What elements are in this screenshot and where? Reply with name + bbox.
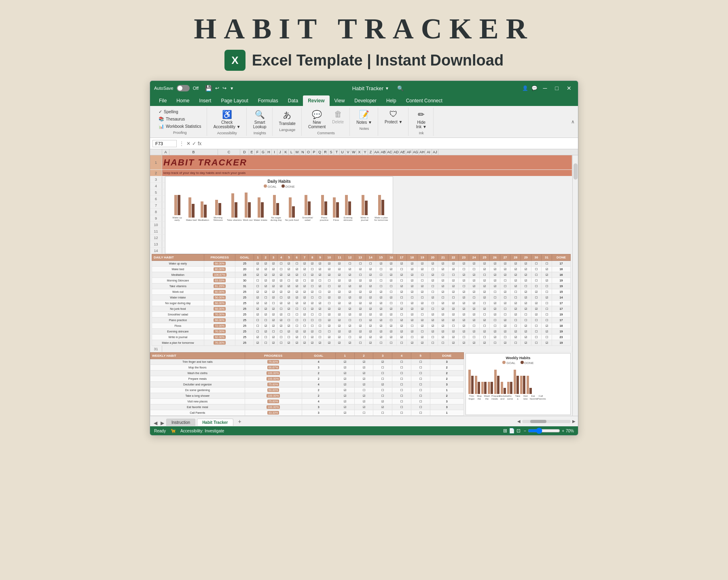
ribbon-collapse-icon[interactable]: ∧ <box>571 119 575 125</box>
page-break-view-icon[interactable]: ⊡ <box>516 428 521 434</box>
comments-icon[interactable]: 💬 <box>531 85 538 91</box>
window-controls: 👤 💬 ─ □ ✕ <box>522 84 574 92</box>
notes-icon: 📝 <box>359 110 369 119</box>
nav-left-icon[interactable]: ◀ <box>152 420 159 426</box>
cell-reference[interactable] <box>152 140 177 147</box>
redo-icon[interactable]: ↪ <box>222 85 226 91</box>
tab-review[interactable]: Review <box>303 95 329 106</box>
thesaurus-icon: 📚 <box>159 116 164 122</box>
chart-bar-group: Floss <box>333 197 339 222</box>
weekly-chart-label: Prepare meals <box>491 395 498 400</box>
chart-rows: 3 4 5 6 7 8 9 10 11 12 13 14 Daily Habit… <box>150 176 572 254</box>
new-comment-button[interactable]: 💬 NewComment <box>306 108 328 130</box>
chart-bar-group: Make bed <box>186 197 197 222</box>
cancel-formula-icon[interactable]: ✕ <box>186 141 190 146</box>
weekly-chart-label: Eat favorite <box>530 395 536 400</box>
chart-bar-group: Take vitamins <box>227 193 241 222</box>
weekly-habit-row: Wash the cloths100.00%2☑☑☐☐☐2 <box>150 370 464 376</box>
daily-habit-row: Water intake56.00%25☑☐☑☐☑☑☑☐☐☑☑☑☑☑☑☑☐☐☐☑… <box>152 295 571 301</box>
tab-formulas[interactable]: Formulas <box>253 95 283 106</box>
minimize-button[interactable]: ─ <box>541 84 550 92</box>
smart-lookup-button[interactable]: 🔍 SmartLookup <box>251 108 269 130</box>
daily-habit-row: Piano practice68.00%25☐☐☑☑☐☐☐☐☐☑☑☐☐☑☑☐☑☑… <box>152 318 571 323</box>
maximize-button[interactable]: □ <box>553 84 561 92</box>
ribbon-group-language: あ Translate Language <box>273 108 302 136</box>
tab-home[interactable]: Home <box>171 95 194 106</box>
weekly-habit-row: Call Parents33.33%3☑☐☐☐☐1 <box>150 410 464 416</box>
notes-button[interactable]: 📝 Notes ▼ <box>354 108 375 126</box>
sheet-tab-habit-tracker[interactable]: Habit Tracker <box>197 419 233 426</box>
new-comment-icon: 💬 <box>312 110 322 119</box>
spreadsheet-title: HABIT TRACKER <box>162 155 572 169</box>
chart-bar-group: Make a plan for tomorrow <box>373 195 389 222</box>
daily-habit-row: Floss72.00%25☐☑☑☑☑☐☐☐☐☑☑☑☑☑☑☑☑☐☑☑☑☐☑☐☐☐☑… <box>152 323 571 329</box>
check-accessibility-button[interactable]: ♿ CheckAccessibility ▼ <box>211 108 243 130</box>
tab-data[interactable]: Data <box>283 95 303 106</box>
horizontal-scrollbar[interactable] <box>522 420 571 423</box>
confirm-formula-icon[interactable]: ✓ <box>192 141 196 146</box>
weekly-chart-bar-group <box>468 370 474 394</box>
weekly-habit-row: Prepare meals100.00%2☑☑☐☐☐2 <box>150 376 464 382</box>
nav-right-icon[interactable]: ▶ <box>159 420 165 426</box>
protect-button[interactable]: 🛡 Protect ▼ <box>382 108 405 125</box>
share-icon[interactable]: 👤 <box>522 85 528 91</box>
weekly-habit-row: Declutter and organize75.00%4☑☑☑☐☐3 <box>150 382 464 387</box>
page-layout-view-icon[interactable]: 📄 <box>509 428 515 434</box>
scroll-right-icon[interactable]: ▶ <box>572 419 576 423</box>
daily-habit-row: Meditation106.67%15☑☑☑☑☑☑☐☑☑☑☑☑☐☑☐☑☑☑☐☑☐… <box>152 272 571 278</box>
tab-help[interactable]: Help <box>381 95 401 106</box>
weekly-chart-label: Wash the <box>484 395 490 400</box>
daily-habit-row: Make a plan for tomorrow76.00%25☑☐☑☐☑☑☑☑… <box>152 340 571 346</box>
hide-ink-button[interactable]: ✏ HideInk ▼ <box>413 108 430 130</box>
daily-habit-row: No sugar during day68.00%25☑☑☐☑☑☑☑☑☑☐☑☑☑… <box>152 301 571 306</box>
chart-bar-group: Write in journal <box>357 195 372 222</box>
scroll-left-icon[interactable]: ◀ <box>517 419 521 423</box>
chart-bar-group: Wake up early <box>169 195 185 222</box>
delete-comment-button[interactable]: 🗑 Delete <box>330 108 346 130</box>
ready-status: Ready <box>154 429 166 433</box>
zoom-level: 70% <box>566 429 574 433</box>
thesaurus-button[interactable]: 📚 Thesaurus <box>157 116 203 123</box>
autosave-toggle[interactable] <box>177 85 190 91</box>
translate-button[interactable]: あ Translate <box>277 108 298 127</box>
ribbon-group-insights: 🔍 SmartLookup Insights <box>248 108 273 136</box>
header-row: 1 HABIT TRACKER <box>150 155 572 170</box>
weekly-habit-row: Trim finger and toe nails75.00%4☑☑☑☐☐3 <box>150 359 464 365</box>
tab-file[interactable]: File <box>154 95 171 106</box>
tab-content-connect[interactable]: Content Connect <box>401 95 447 106</box>
zoom-out-icon[interactable]: − <box>524 429 526 433</box>
close-button[interactable]: ✕ <box>564 84 574 92</box>
ribbon-group-comments: 💬 NewComment 🗑 Delete Comments <box>303 108 350 136</box>
weekly-chart-label: Mop the <box>476 395 483 400</box>
zoom-slider[interactable] <box>528 428 560 434</box>
normal-view-icon[interactable]: ⊞ <box>503 428 507 434</box>
translate-icon: あ <box>283 110 291 121</box>
sheet-tab-instruction[interactable]: Instruction <box>166 419 195 426</box>
tab-page-layout[interactable]: Page Layout <box>216 95 253 106</box>
tab-developer[interactable]: Developer <box>349 95 381 106</box>
formula-input[interactable] <box>204 141 576 146</box>
tab-view[interactable]: View <box>330 95 350 106</box>
customize-icon[interactable]: ▼ <box>230 86 234 91</box>
vertical-scrollbar[interactable] <box>572 155 578 416</box>
daily-habits-table-section: DAILY HABIT PROGRESS GOAL 123 456 789 10… <box>150 254 572 346</box>
window-title: Habit Tracker ▼ 🔍 <box>352 85 404 91</box>
ribbon-group-ink: ✏ HideInk ▼ Ink <box>409 108 434 136</box>
zoom-in-icon[interactable]: + <box>562 429 564 433</box>
tab-insert[interactable]: Insert <box>194 95 216 106</box>
undo-icon[interactable]: ↩ <box>215 85 219 91</box>
spelling-button[interactable]: ✓ Spelling <box>157 108 203 115</box>
ribbon-group-notes: 📝 Notes ▼ Notes <box>351 108 378 136</box>
daily-habit-row: Morning Skincare63.33%30☐☑☑☑☐☑☐☑☐☐☑☑☑☑☐☑… <box>152 278 571 284</box>
search-icon[interactable]: 🔍 <box>397 85 404 91</box>
add-sheet-button[interactable]: + <box>235 417 245 426</box>
save-icon[interactable]: 💾 <box>205 85 212 91</box>
daily-habit-row: No junk food68.00%25☑☑☑☐☑☐☐☑☑☑☑☑☑☑☑☑☑☑☑☐… <box>152 306 571 312</box>
daily-habit-row: Write in journal92.00%25☑☐☑☐☐☑☐☑☐☑☑☐☑☑☑☑… <box>152 334 571 340</box>
spreadsheet-content: 1 HABIT TRACKER 2 keep track of your day… <box>150 155 578 416</box>
function-icon[interactable]: fx <box>198 141 201 146</box>
autosave-state: Off <box>193 86 199 91</box>
column-headers: A B C D E F G H I J K L M N O P Q R S T … <box>150 149 578 155</box>
weekly-chart-bar-group <box>501 382 506 394</box>
workbook-statistics-button[interactable]: 📊 Workbook Statistics <box>157 123 203 130</box>
